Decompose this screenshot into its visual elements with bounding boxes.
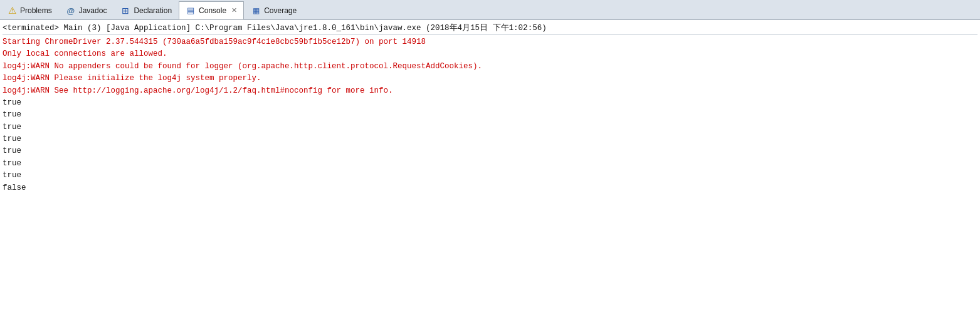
console-line: true — [3, 109, 977, 121]
console-line: Only local connections are allowed. — [3, 48, 977, 60]
tab-console[interactable]: ▤ Console ✕ — [179, 1, 244, 19]
console-status-line: <terminated> Main (3) [Java Application]… — [3, 21, 977, 35]
declaration-icon: ⊞ — [120, 6, 130, 16]
tab-problems[interactable]: ⚠ Problems — [0, 1, 59, 19]
tab-declaration-label: Declaration — [134, 6, 172, 15]
console-lines: Starting ChromeDriver 2.37.544315 (730aa… — [3, 36, 977, 194]
tab-console-label: Console — [199, 6, 226, 15]
tab-problems-label: Problems — [20, 6, 52, 15]
console-output-area[interactable]: <terminated> Main (3) [Java Application]… — [0, 20, 980, 335]
javadoc-icon: @ — [66, 6, 76, 16]
console-line: false — [3, 182, 977, 194]
tab-javadoc[interactable]: @ Javadoc — [59, 1, 114, 19]
console-close-button[interactable]: ✕ — [231, 6, 237, 14]
tab-coverage[interactable]: ▦ Coverage — [244, 1, 303, 19]
problems-icon: ⚠ — [7, 6, 17, 16]
console-line: true — [3, 97, 977, 109]
console-line: log4j:WARN See http://logging.apache.org… — [3, 85, 977, 97]
tab-coverage-label: Coverage — [264, 6, 297, 15]
console-icon: ▤ — [186, 6, 196, 16]
ide-window: ⚠ Problems @ Javadoc ⊞ Declaration ▤ Con… — [0, 0, 980, 335]
tab-bar: ⚠ Problems @ Javadoc ⊞ Declaration ▤ Con… — [0, 0, 980, 20]
console-line: Starting ChromeDriver 2.37.544315 (730aa… — [3, 36, 977, 48]
console-line: true — [3, 133, 977, 145]
console-line: log4j:WARN Please initialize the log4j s… — [3, 73, 977, 85]
tab-declaration[interactable]: ⊞ Declaration — [113, 1, 179, 19]
console-line: true — [3, 121, 977, 133]
console-line: true — [3, 145, 977, 157]
coverage-icon: ▦ — [251, 6, 261, 16]
console-line: true — [3, 158, 977, 170]
console-line: log4j:WARN No appenders could be found f… — [3, 61, 977, 73]
console-line: true — [3, 170, 977, 182]
tab-javadoc-label: Javadoc — [79, 6, 107, 15]
